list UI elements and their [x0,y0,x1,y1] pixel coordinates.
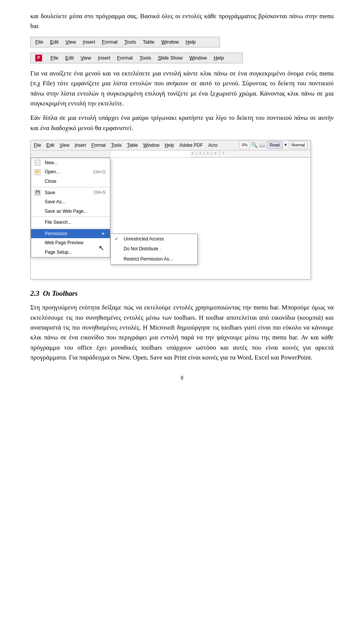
sc-submenu-item-unrestricted[interactable]: ✓ Unrestricted Access [111,234,197,244]
sc-menu-format[interactable]: Format [91,142,106,149]
sc-menu-edit[interactable]: Edit [46,142,54,149]
sc-item-close-label: Close [45,178,56,185]
sc-item-save-shortcut: Ctrl+S [94,189,105,196]
sc-menu-view[interactable]: View [60,142,69,149]
menu2-help[interactable]: Help [214,54,224,62]
sc-menu-item-open[interactable]: 📂 Open... Ctrl+O [31,167,110,177]
sc-menu-item-filesearch[interactable]: File Search... [31,218,110,227]
permission-arrow-icon: ► [102,231,105,237]
sc-item-webpreview-label: Web Page Preview [45,239,83,247]
menubar-word: File Edit View Insert Format Tools Table… [30,37,220,47]
sc-submenu-item-donotdistribute[interactable]: Do Not Distribute . [111,244,197,254]
toolbar-percent[interactable]: 0% [240,141,249,149]
section-title: Οι Toolbars [43,289,78,297]
sc-menu-item-save[interactable]: 💾 Save Ctrl+S [31,188,110,198]
menu-file[interactable]: File [35,38,43,46]
menu-tools[interactable]: Tools [124,38,136,46]
sc-submenu-restrictpermission-label: Restrict Permission As... [124,256,173,263]
sc-menubar: File Edit View Insert Format Tools Table… [31,140,311,151]
toolbar-read-btn[interactable]: Read [267,141,282,149]
menu2-insert[interactable]: Insert [98,54,110,62]
sc-item-filesearch-label: File Search... [45,219,72,226]
sc-toolbar-right: 0% 🔍 📖 Read ▼ Normal [240,141,308,149]
sc-menu-item-permission[interactable]: Permission ► [31,229,110,239]
menu2-window[interactable]: Window [189,54,207,62]
sc-submenu-unrestricted-label: Unrestricted Access [124,236,164,243]
paragraph-1: και δουλεύετε μέσα στο πρόγραμμα σας. Βα… [30,11,334,31]
sc-file-dropdown: 📄 New... 📂 Open... Ctrl+O Close 💾 Save C… [31,158,110,258]
menu-table[interactable]: Table [143,38,154,46]
sc-menu-file[interactable]: File [34,142,41,149]
sc-menu-adobepdf[interactable]: Adobe PDF [179,142,203,149]
sc-menu-item-new[interactable]: 📄 New... [31,158,110,168]
sc-item-permission-label: Permission [45,230,67,237]
checkmark-icon: ✓ [115,235,119,243]
sc-menu-acro[interactable]: Acro [208,142,218,149]
sc-permission-submenu: ✓ Unrestricted Access Do Not Distribute … [110,234,198,265]
toolbar-dropdown-arrow[interactable]: ▼ [284,143,287,148]
menu2-format-label[interactable]: Format [117,54,133,62]
new-icon: 📄 [33,160,42,166]
sc-item-open-shortcut: Ctrl+O [93,169,105,175]
sc-main-area: 📄 New... 📂 Open... Ctrl+O Close 💾 Save C… [31,158,311,279]
menu2-view[interactable]: View [80,54,91,62]
sc-menu-item-webpreview[interactable]: Web Page Preview [31,238,110,248]
menu-window[interactable]: Window [161,38,179,46]
sc-item-saveas-label: Save As... [45,198,65,206]
menu-edit[interactable]: Edit [50,38,58,46]
app-icon: P [35,55,42,61]
separator-1 [31,187,110,187]
sc-menu-window[interactable]: Window [143,142,160,149]
sc-menu-tools[interactable]: Tools [111,142,122,149]
save-icon: 💾 [33,190,42,196]
sc-item-pagesetup-label: Page Setup... [45,249,72,256]
sc-menu-item-saveas[interactable]: Save As... [31,197,110,207]
toolbar-book-icon[interactable]: 📖 [259,141,265,149]
menu-help[interactable]: Help [186,38,196,46]
screenshot-container: File Edit View Insert Format Tools Table… [30,140,311,280]
sc-menu-insert[interactable]: Insert [75,142,86,149]
menu2-slideshow[interactable]: Slide Show [158,54,182,62]
menu2-file[interactable]: File [50,54,58,62]
sc-menu-help[interactable]: Help [165,142,174,149]
sc-menu-item-pagesetup[interactable]: Page Setup... [31,248,110,257]
sc-item-savewebpage-label: Save as Web Page... [45,208,88,215]
menu-view[interactable]: View [65,38,76,46]
sc-submenu-donotdistribute-label: Do Not Distribute . [124,245,161,253]
sc-submenu-item-restrictpermission[interactable]: Restrict Permission As... [111,254,197,264]
toolbar-normal-btn[interactable]: Normal [289,141,308,149]
toolbar-icon1[interactable]: 🔍 [251,141,257,149]
paragraph-3: Εάν δίπλα σε μια εντολή υπάρχει ένα μαύρ… [30,113,334,133]
separator-2 [31,217,110,217]
menubar-powerpoint: P File Edit View Insert 2.3 Format Tools… [30,53,243,63]
sc-menu-item-savewebpage[interactable]: Save as Web Page... [31,207,110,216]
sc-item-open-label: Open... [45,168,60,176]
sc-menu-table[interactable]: Table [127,142,138,149]
open-icon: 📂 [33,169,42,175]
sc-menu-item-close[interactable]: Close [31,177,110,186]
page-number: 8 [30,374,334,382]
sc-ruler-left [31,151,110,157]
menu2-edit[interactable]: Edit [65,54,74,62]
paragraph-2: Για να ανοίξετε ένα μενού και να εκτελέσ… [30,69,334,108]
separator-3 [31,228,110,228]
paragraph-4: Στη προηγούμενη ενότητα δείξαμε πώς να ε… [30,303,334,363]
sc-ruler: 3 | 4 | 5 | 6 | 7 [190,151,311,157]
section-number: 2.3 [30,289,39,297]
menu2-tools[interactable]: Tools [140,54,151,62]
section-heading: 2.3 Οι Toolbars [30,288,334,299]
sc-item-new-label: New... [45,159,57,166]
menu-insert[interactable]: Insert [83,38,95,46]
sc-item-save-label: Save [45,189,55,196]
menu-format[interactable]: Format [102,38,118,46]
